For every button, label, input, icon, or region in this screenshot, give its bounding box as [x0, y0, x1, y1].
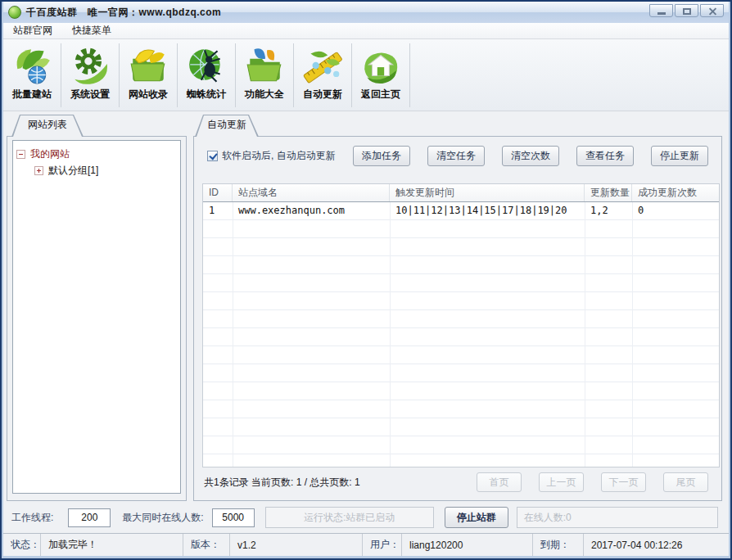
table-body: 1 www.exezhanqun.com 10|11|12|13|14|15|1… — [203, 202, 719, 467]
toolbar-batch-build-site[interactable]: 批量建站 — [3, 43, 61, 107]
tab-site-list[interactable]: 网站列表 — [11, 115, 84, 137]
cell-success-count: 0 — [632, 202, 719, 220]
close-button[interactable] — [700, 4, 724, 17]
stop-sitegroup-button[interactable]: 停止站群 — [445, 507, 508, 528]
statusbar: 状态： 加载完毕！ 版本： v1.2 用户： liang120200 到期： 2… — [3, 533, 729, 556]
ruler-sprigs-icon — [302, 45, 343, 86]
column-header-domain[interactable]: 站点域名 — [233, 184, 390, 201]
table-row[interactable]: 1 www.exezhanqun.com 10|11|12|13|14|15|1… — [203, 202, 719, 220]
toolbar-label: 网站收录 — [129, 88, 168, 102]
toolbar-label: 功能大全 — [245, 88, 284, 102]
user-label: 用户： — [363, 534, 402, 556]
site-tree: 我的网站 默认分组[1] — [12, 140, 181, 494]
pagination-row: 共1条记录 当前页数: 1 / 总共页数: 1 首页 上一页 下一页 尾页 — [204, 472, 708, 492]
tree-item-default-group[interactable]: 默认分组[1] — [16, 162, 177, 178]
autostart-checkbox[interactable] — [207, 151, 218, 161]
run-status-button: 运行状态:站群已启动 — [265, 507, 434, 528]
toolbar-system-settings[interactable]: 系统设置 — [61, 43, 120, 107]
cell-id: 1 — [203, 202, 233, 220]
worker-threads-input[interactable] — [68, 508, 111, 527]
toolbar-spider-stats[interactable]: 蜘蛛统计 — [178, 43, 236, 107]
bottom-control-row: 工作线程: 最大同时在线人数: 运行状态:站群已启动 停止站群 在线人数:0 — [3, 506, 729, 529]
toolbar-auto-update[interactable]: 自动更新 — [294, 43, 352, 107]
max-online-label: 最大同时在线人数: — [122, 511, 203, 525]
table-column-separator — [233, 202, 233, 467]
spider-leaf-icon — [186, 45, 227, 86]
clear-tasks-button[interactable]: 清空任务 — [427, 146, 485, 166]
column-header-trigger-times[interactable]: 触发更新时间 — [390, 184, 585, 201]
toolbar-label: 自动更新 — [303, 88, 342, 102]
status-value: 加载完毕！ — [41, 534, 183, 556]
table-column-separator — [632, 202, 633, 467]
menubar: 站群官网 快捷菜单 — [3, 23, 729, 39]
autostart-checkbox-wrap[interactable]: 软件启动后, 自动启动更新 — [207, 149, 336, 163]
column-header-id[interactable]: ID — [203, 184, 233, 201]
cell-update-count: 1,2 — [585, 202, 632, 220]
tree-item-label: 我的网站 — [30, 147, 70, 161]
next-page-button[interactable]: 下一页 — [601, 472, 646, 492]
view-tasks-button[interactable]: 查看任务 — [576, 146, 634, 166]
update-task-table: ID 站点域名 触发更新时间 更新数量 成功更新次数 1 www.exezhan… — [202, 183, 720, 467]
max-online-input[interactable] — [212, 508, 255, 527]
tree-item-label: 默认分组[1] — [48, 164, 98, 178]
table-column-separator — [390, 202, 391, 467]
app-window: 千百度站群 唯一官网：www.qbdzq.com 站群官网 快捷菜单 — [0, 0, 732, 560]
folder-features-icon — [244, 45, 285, 86]
user-value: liang120200 — [402, 534, 533, 556]
prev-page-button[interactable]: 上一页 — [539, 472, 584, 492]
toolbar-label: 返回主页 — [361, 88, 400, 102]
version-label: 版本： — [183, 534, 230, 556]
minimize-button[interactable] — [649, 4, 673, 17]
window-controls — [649, 4, 724, 17]
version-value: v1.2 — [230, 534, 363, 556]
gear-leaf-icon — [70, 45, 111, 86]
collapse-icon[interactable] — [16, 150, 25, 159]
last-page-button[interactable]: 尾页 — [663, 472, 708, 492]
expand-icon[interactable] — [34, 166, 43, 175]
worker-threads-label: 工作线程: — [11, 511, 53, 525]
clear-counts-button[interactable]: 清空次数 — [502, 146, 559, 166]
toolbar-label: 批量建站 — [12, 88, 52, 102]
window-title: 千百度站群 唯一官网：www.qbdzq.com — [26, 6, 221, 20]
update-controls-row: 软件启动后, 自动启动更新 添加任务 清空任务 清空次数 查看任务 停止更新 — [194, 146, 721, 166]
expiry-value: 2017-07-04 00:12:26 — [584, 534, 729, 556]
add-task-button[interactable]: 添加任务 — [353, 146, 410, 166]
workarea: 网站列表 我的网站 默认分组[1] 自动更新 — [3, 111, 729, 533]
table-column-separator — [585, 202, 585, 467]
toolbar-return-home[interactable]: 返回主页 — [352, 43, 410, 107]
maximize-button[interactable] — [675, 4, 698, 17]
tab-site-list-label: 网站列表 — [11, 115, 84, 135]
tab-auto-update[interactable]: 自动更新 — [195, 115, 259, 137]
status-label: 状态： — [3, 534, 41, 556]
menu-site-official[interactable]: 站群官网 — [3, 23, 62, 38]
column-header-success-count[interactable]: 成功更新次数 — [632, 184, 719, 201]
folder-leaves-icon — [128, 45, 169, 86]
maximize-icon — [683, 8, 691, 15]
toolbar-label: 系统设置 — [70, 88, 110, 102]
cell-trigger-times: 10|11|12|13|14|15|17|18|19|20 — [390, 202, 585, 220]
tab-auto-update-label: 自动更新 — [195, 115, 259, 135]
record-summary: 共1条记录 当前页数: 1 / 总共页数: 1 — [204, 476, 360, 490]
globe-leaves-icon — [11, 45, 52, 86]
app-icon — [8, 6, 21, 19]
minimize-icon — [657, 12, 666, 15]
expiry-label: 到期： — [533, 534, 584, 556]
tree-item-my-sites[interactable]: 我的网站 — [16, 146, 177, 162]
toolbar: 批量建站 系统设置 网站收录 — [3, 39, 729, 111]
titlebar[interactable]: 千百度站群 唯一官网：www.qbdzq.com — [3, 2, 729, 23]
toolbar-label: 蜘蛛统计 — [187, 88, 226, 102]
site-list-pane: 我的网站 默认分组[1] — [7, 136, 187, 501]
toolbar-all-features[interactable]: 功能大全 — [236, 43, 294, 107]
auto-update-pane: 软件启动后, 自动启动更新 添加任务 清空任务 清空次数 查看任务 停止更新 I… — [193, 136, 722, 501]
first-page-button[interactable]: 首页 — [477, 472, 522, 492]
column-header-update-count[interactable]: 更新数量 — [585, 184, 632, 201]
home-leaf-icon — [360, 45, 401, 86]
stop-update-button[interactable]: 停止更新 — [651, 146, 708, 166]
client-area: 站群官网 快捷菜单 批量建站 — [3, 23, 729, 556]
autostart-checkbox-label: 软件启动后, 自动启动更新 — [222, 149, 336, 163]
menu-quick-menu[interactable]: 快捷菜单 — [62, 23, 121, 38]
toolbar-site-index[interactable]: 网站收录 — [120, 43, 178, 107]
cell-domain: www.exezhanqun.com — [233, 202, 390, 220]
online-count-box: 在线人数:0 — [517, 507, 718, 528]
table-header: ID 站点域名 触发更新时间 更新数量 成功更新次数 — [203, 184, 719, 202]
